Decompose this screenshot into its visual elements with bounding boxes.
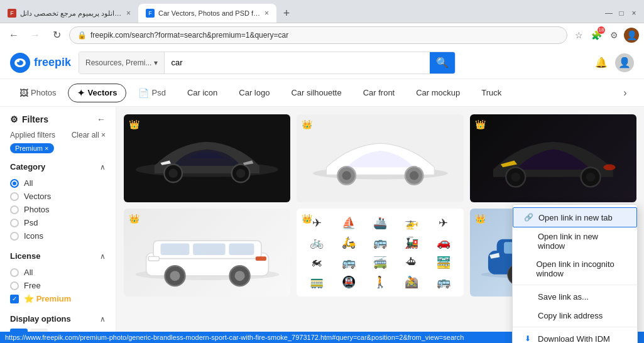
tab2-title: Car Vectors, Photos and PSD file... [158, 9, 261, 17]
back-button[interactable]: ← [5, 26, 23, 44]
tab1-close[interactable]: × [126, 9, 131, 18]
svg-point-7 [236, 169, 245, 178]
refresh-button[interactable]: ↻ [48, 26, 65, 44]
forward-button[interactable]: → [26, 26, 44, 44]
photos-icon: 🖼 [19, 88, 28, 98]
address-input[interactable]: 🔒 freepik.com/search?format=search&premi… [69, 26, 567, 44]
ctx-download-idm[interactable]: ⬇ Download With IDM [513, 329, 637, 343]
address-bar-row: ← → ↻ 🔒 freepik.com/search?format=search… [0, 23, 644, 46]
category-option-all[interactable]: All [10, 177, 106, 190]
logo-text: freepik [34, 56, 71, 69]
tab2-close[interactable]: × [265, 9, 269, 18]
ctx-copy-link[interactable]: Copy link address [513, 306, 637, 325]
license-option-free[interactable]: Free [10, 279, 106, 292]
tab-2[interactable]: F Car Vectors, Photos and PSD file... × [138, 4, 276, 23]
card1-thumb [124, 114, 290, 202]
content-area: 👑 👑 [116, 107, 644, 343]
image-card-5[interactable]: ✈ ⛵ 🚢 🚁 ✈ 🚲 🛵 🚌 🚂 🚗 🏍 🚌 🚎 ⛴ 🚟 🚃 [297, 209, 463, 297]
tab2-favicon: F [146, 9, 155, 18]
image-card-2[interactable]: 👑 [297, 114, 463, 202]
clear-all-button[interactable]: Clear all × [72, 131, 106, 139]
filter-tab-photos[interactable]: 🖼 Photos [10, 84, 65, 102]
icon-ferry: ⛴ [406, 256, 417, 269]
minimize-button[interactable]: — [604, 8, 614, 18]
premium-badge[interactable]: Premium × [10, 143, 54, 153]
notifications-icon[interactable]: 🔔 [592, 54, 610, 72]
radio-all [10, 179, 19, 188]
display-options-header[interactable]: Display options ∧ [10, 314, 106, 324]
lock-icon: 🔒 [77, 31, 87, 40]
icon-bus2: 🚌 [342, 256, 356, 270]
extensions-icon[interactable]: 🧩 18 [589, 28, 604, 43]
profile-icon[interactable]: ⚙ [606, 28, 621, 43]
ctx-open-new-window[interactable]: Open link in new window [513, 227, 637, 255]
crown-badge-4: 👑 [129, 214, 139, 224]
sidebar-collapse-button[interactable]: ← [97, 114, 106, 124]
ctx-open-new-tab[interactable]: 🔗 Open link in new tab [513, 207, 637, 227]
filter-next-button[interactable]: › [616, 84, 634, 102]
icon-cable: 🚟 [437, 256, 450, 270]
address-text: freepik.com/search?format=search&premium… [90, 31, 288, 40]
icon-cycle2: 🚵 [405, 275, 418, 289]
category-option-vectors[interactable]: Vectors [10, 190, 106, 203]
freepik-logo[interactable]: freepik [10, 53, 71, 73]
image-card-1[interactable]: 👑 [124, 114, 290, 202]
filter-tag-car-front[interactable]: Car front [354, 84, 405, 102]
icon-train: 🚂 [405, 236, 418, 249]
image-card-4[interactable]: 👑 [124, 209, 290, 297]
card4-thumb [124, 209, 290, 297]
icon-bike: 🚲 [310, 236, 324, 249]
bookmark-icon[interactable]: ☆ [571, 28, 586, 43]
icon-bus3: 🚌 [437, 275, 450, 289]
applied-filters-label: Applied filters Clear all × [10, 131, 106, 139]
display-options-title: Display options [10, 314, 71, 324]
filter-tag-car-mockup[interactable]: Car mockup [407, 84, 469, 102]
filter-tag-car-silhouette[interactable]: Car silhouette [281, 84, 351, 102]
user-avatar[interactable]: 👤 [624, 28, 639, 43]
crown-badge-1: 👑 [129, 119, 139, 129]
maximize-button[interactable]: □ [616, 8, 626, 18]
display-options-arrow-icon: ∧ [100, 315, 106, 324]
crown-badge-6: 👑 [475, 214, 486, 224]
search-input[interactable] [165, 58, 430, 67]
tab-1[interactable]: F دانلود پریمیوم مرجع تخصصی دانل... × [0, 4, 138, 23]
search-category-dropdown[interactable]: Resources, Premi... ▾ [79, 52, 165, 74]
vectors-icon: ✦ [77, 88, 85, 98]
ctx-window-icon [523, 236, 533, 246]
svg-point-2 [17, 60, 19, 62]
icon-walk: 🚶 [373, 275, 387, 289]
search-button[interactable]: 🔍 [430, 52, 455, 74]
ctx-separator-2 [513, 327, 637, 327]
filters-icon: ⚙ [10, 114, 18, 124]
close-button[interactable]: × [629, 8, 639, 18]
icon-airplane: ✈ [312, 216, 322, 230]
filter-tag-car-logo[interactable]: Car logo [229, 84, 279, 102]
svg-point-25 [170, 271, 180, 281]
card5-thumb: ✈ ⛵ 🚢 🚁 ✈ 🚲 🛵 🚌 🚂 🚗 🏍 🚌 🚎 ⛴ 🚟 🚃 [297, 209, 463, 297]
filter-tag-car-icon[interactable]: Car icon [178, 84, 227, 102]
dropdown-arrow-icon: ▾ [154, 58, 158, 67]
license-option-all[interactable]: All [10, 266, 106, 279]
user-profile-icon[interactable]: 👤 [615, 53, 634, 72]
radio-license-free [10, 281, 19, 290]
license-option-premium[interactable]: ✓ ⭐ Premium [10, 292, 106, 305]
freepik-header: freepik Resources, Premi... ▾ 🔍 🔔 👤 [0, 46, 644, 79]
category-section-header[interactable]: Category ∧ [10, 162, 106, 172]
filter-tab-vectors[interactable]: ✦ Vectors [68, 84, 126, 102]
category-option-icons[interactable]: Icons [10, 229, 106, 242]
category-option-psd[interactable]: Psd [10, 216, 106, 229]
new-tab-button[interactable]: + [279, 6, 294, 21]
notification-badge: 18 [598, 26, 605, 34]
filter-tab-psd[interactable]: 📄 Psd [129, 84, 175, 102]
card3-thumb [470, 114, 636, 202]
ctx-save-link[interactable]: Save link as... [513, 287, 637, 306]
context-menu: 🔗 Open link in new tab Open link in new … [512, 204, 638, 343]
crown-badge-5: 👑 [302, 214, 312, 224]
card2-thumb [297, 114, 463, 202]
license-section-header[interactable]: License ∧ [10, 251, 106, 261]
sidebar-filters-title: ⚙ Filters [10, 114, 48, 124]
image-card-3[interactable]: 👑 [470, 114, 636, 202]
ctx-open-incognito[interactable]: Open link in incognito window [513, 255, 637, 283]
category-option-photos[interactable]: Photos [10, 203, 106, 216]
filter-tag-truck[interactable]: Truck [472, 84, 511, 102]
